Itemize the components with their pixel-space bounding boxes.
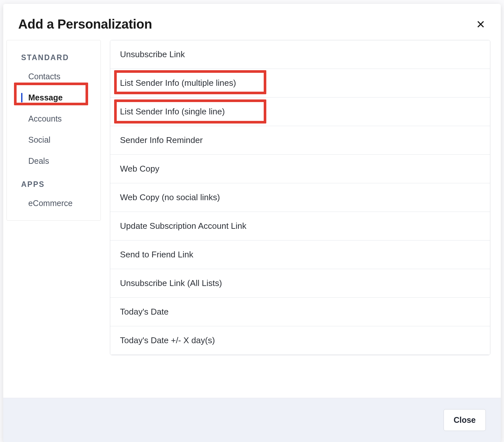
modal-header: Add a Personalization ✕ bbox=[3, 4, 501, 40]
sidebar: STANDARD Contacts Message Accounts Socia… bbox=[7, 40, 101, 221]
sidebar-section-standard: STANDARD bbox=[7, 49, 100, 66]
close-icon[interactable]: ✕ bbox=[473, 18, 488, 31]
sidebar-item-contacts[interactable]: Contacts bbox=[7, 66, 100, 87]
option-label: Sender Info Reminder bbox=[120, 135, 203, 145]
sidebar-item-ecommerce[interactable]: eCommerce bbox=[7, 193, 100, 214]
personalization-modal: Add a Personalization ✕ STANDARD Contact… bbox=[3, 4, 501, 442]
option-label: Update Subscription Account Link bbox=[120, 221, 246, 231]
option-web-copy-no-social[interactable]: Web Copy (no social links) bbox=[110, 183, 490, 212]
option-label: Send to Friend Link bbox=[120, 250, 193, 259]
option-sender-info-reminder[interactable]: Sender Info Reminder bbox=[110, 126, 490, 155]
option-label: Unsubscribe Link bbox=[120, 49, 185, 59]
option-label: Web Copy bbox=[120, 164, 159, 174]
option-update-subscription-link[interactable]: Update Subscription Account Link bbox=[110, 212, 490, 240]
sidebar-item-label: Message bbox=[28, 93, 63, 102]
modal-title: Add a Personalization bbox=[18, 17, 152, 32]
close-button[interactable]: Close bbox=[444, 409, 486, 431]
sidebar-item-label: eCommerce bbox=[28, 199, 73, 208]
sidebar-item-message[interactable]: Message bbox=[7, 87, 100, 108]
sidebar-item-label: Contacts bbox=[28, 72, 60, 81]
sidebar-section-apps: APPS bbox=[7, 176, 100, 193]
option-label: List Sender Info (multiple lines) bbox=[120, 78, 236, 88]
option-label: Web Copy (no social links) bbox=[120, 192, 220, 202]
personalization-options-list: Unsubscribe Link List Sender Info (multi… bbox=[110, 40, 490, 355]
option-list-sender-info-single[interactable]: List Sender Info (single line) bbox=[110, 98, 490, 126]
option-web-copy[interactable]: Web Copy bbox=[110, 155, 490, 183]
option-label: Today's Date +/- X day(s) bbox=[120, 335, 215, 345]
option-unsubscribe-all-lists[interactable]: Unsubscribe Link (All Lists) bbox=[110, 269, 490, 298]
sidebar-item-label: Deals bbox=[28, 156, 49, 165]
option-label: Today's Date bbox=[120, 307, 169, 317]
modal-body: STANDARD Contacts Message Accounts Socia… bbox=[3, 40, 501, 398]
sidebar-item-label: Social bbox=[28, 135, 50, 144]
sidebar-item-accounts[interactable]: Accounts bbox=[7, 108, 100, 129]
option-list-sender-info-multi[interactable]: List Sender Info (multiple lines) bbox=[110, 69, 490, 98]
option-todays-date-offset[interactable]: Today's Date +/- X day(s) bbox=[110, 326, 490, 355]
option-send-to-friend-link[interactable]: Send to Friend Link bbox=[110, 240, 490, 269]
sidebar-item-deals[interactable]: Deals bbox=[7, 150, 100, 172]
option-label: Unsubscribe Link (All Lists) bbox=[120, 278, 222, 288]
sidebar-item-label: Accounts bbox=[28, 114, 62, 123]
option-todays-date[interactable]: Today's Date bbox=[110, 298, 490, 326]
modal-footer: Close bbox=[3, 398, 501, 442]
option-label: List Sender Info (single line) bbox=[120, 107, 225, 116]
option-unsubscribe-link[interactable]: Unsubscribe Link bbox=[110, 40, 490, 69]
sidebar-item-social[interactable]: Social bbox=[7, 129, 100, 150]
